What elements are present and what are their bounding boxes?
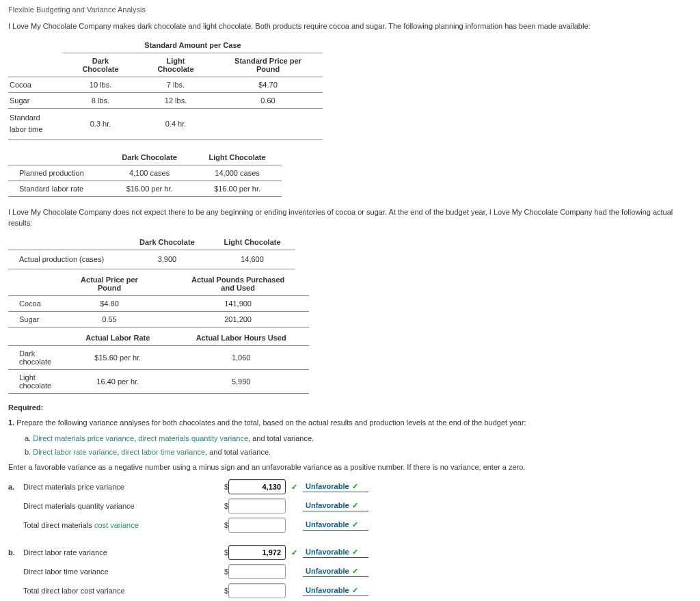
link-dl-rate-variance[interactable]: Direct labor rate variance — [33, 448, 117, 456]
input-dl-time-variance[interactable] — [228, 564, 286, 579]
required-heading: Required: — [8, 403, 692, 412]
input-dm-qty-variance[interactable] — [228, 498, 286, 513]
actual-price-table: Actual Price perPoundActual Pounds Purch… — [8, 272, 309, 328]
question-1a: a. Direct materials price variance, dire… — [25, 434, 692, 442]
answer-block-a: a. Direct materials price variance $ ✓ U… — [8, 479, 692, 533]
actual-production-table: Dark ChocolateLight Chocolate Actual pro… — [8, 235, 295, 270]
dropdown-dl-time-fav[interactable]: Unfavorable✓ — [303, 567, 368, 577]
dropdown-dm-qty-fav[interactable]: Unfavorable✓ — [303, 501, 368, 511]
input-dm-total-variance[interactable] — [228, 518, 286, 533]
link-dm-price-variance[interactable]: Direct materials price variance — [33, 434, 134, 442]
planned-production-table: Dark ChocolateLight Chocolate Planned pr… — [8, 150, 282, 197]
check-icon: ✓ — [291, 548, 297, 557]
dropdown-dl-total-fav[interactable]: Unfavorable✓ — [303, 586, 368, 596]
actual-labor-table: Actual Labor RateActual Labor Hours Used… — [8, 330, 309, 394]
dropdown-dm-price-fav[interactable]: Unfavorable✓ — [303, 482, 368, 492]
link-dm-qty-variance[interactable]: direct materials quantity variance — [138, 434, 248, 442]
link-cost-variance[interactable]: cost variance — [94, 521, 139, 529]
entry-instructions: Enter a favorable variance as a negative… — [8, 462, 692, 473]
input-dl-total-variance[interactable] — [228, 583, 286, 598]
input-dm-price-variance[interactable] — [228, 479, 286, 494]
check-icon: ✓ — [291, 483, 297, 492]
input-dl-rate-variance[interactable] — [228, 545, 286, 560]
dropdown-dm-total-fav[interactable]: Unfavorable✓ — [303, 520, 368, 531]
link-dl-time-variance[interactable]: direct labor time variance — [121, 448, 205, 456]
intro-text: I Love My Chocolate Company makes dark c… — [8, 21, 692, 32]
standard-amount-table: Standard Amount per Case DarkChocolate L… — [8, 38, 323, 140]
question-1b: b. Direct labor rate variance, direct la… — [25, 448, 692, 456]
question-1: 1. Prepare the following variance analys… — [8, 417, 692, 429]
page-title: Flexible Budgeting and Variance Analysis — [8, 5, 692, 14]
answer-block-b: b. Direct labor rate variance $ ✓ Unfavo… — [8, 545, 692, 598]
dropdown-dl-rate-fav[interactable]: Unfavorable✓ — [303, 548, 368, 558]
mid-text: I Love My Chocolate Company does not exp… — [8, 206, 692, 229]
